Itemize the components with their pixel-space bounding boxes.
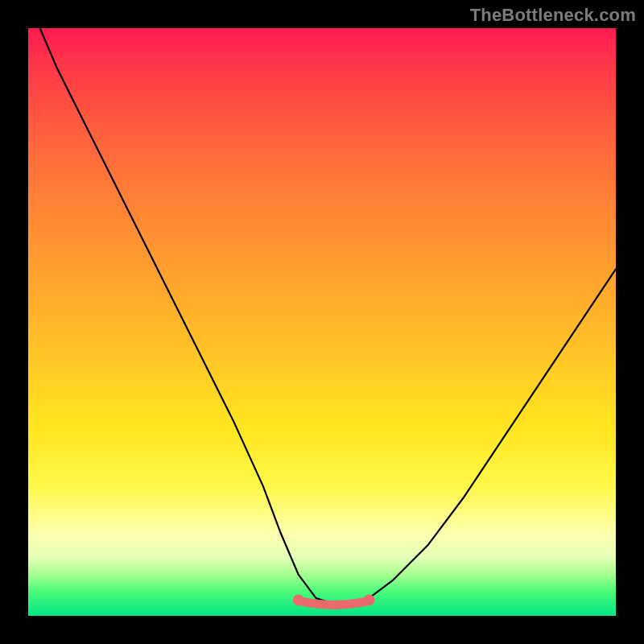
chart-frame: TheBottleneck.com xyxy=(0,0,644,644)
valley-marker-dot-right xyxy=(363,594,374,605)
valley-marker-path xyxy=(299,601,369,605)
bottleneck-curve-path xyxy=(40,28,616,604)
watermark-text: TheBottleneck.com xyxy=(470,5,636,26)
curve-svg xyxy=(28,28,616,616)
plot-area xyxy=(28,28,616,616)
valley-marker-dot-left xyxy=(293,594,304,605)
